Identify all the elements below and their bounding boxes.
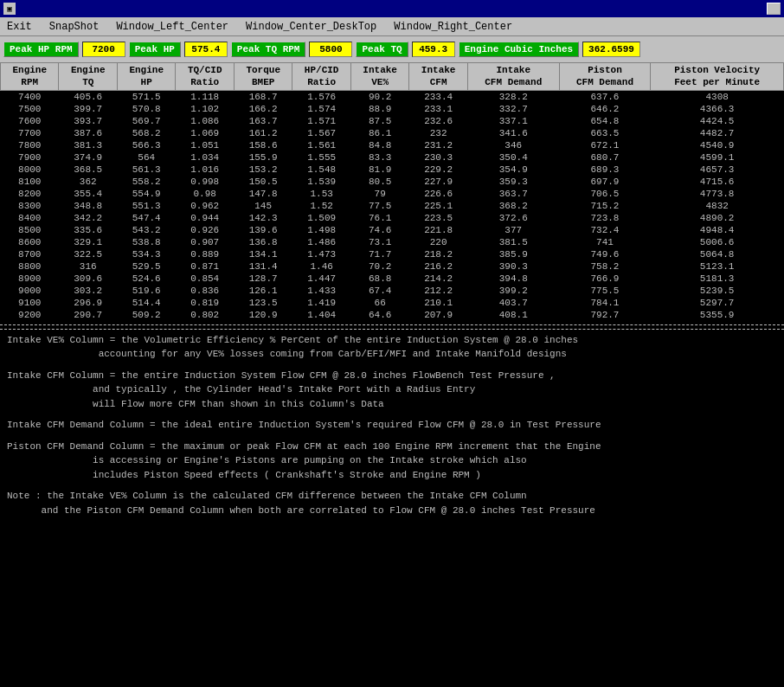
table-cell: 346 [467, 139, 559, 151]
menu-item-snapshot[interactable]: SnapShot [46, 20, 103, 34]
table-cell: 1.555 [292, 151, 350, 164]
data-table: EngineRPMEngineTQEngineHPTQ/CIDRatioTorq… [0, 62, 784, 321]
table-row: 8900309.6524.60.854128.71.44768.8214.239… [1, 273, 784, 285]
title-bar-left: ▣ [3, 3, 21, 15]
engine-cubic-inches-label: Engine Cubic Inches [459, 42, 579, 57]
table-cell: 4657.3 [651, 164, 784, 176]
table-cell: 1.069 [176, 127, 234, 139]
table-cell: 4773.8 [651, 188, 784, 200]
table-cell: 79 [350, 188, 408, 200]
table-cell: 792.7 [559, 309, 651, 321]
table-cell: 8100 [1, 176, 59, 188]
table-cell: 564 [117, 151, 175, 164]
table-cell: 226.6 [409, 188, 467, 200]
notes-line: Intake CFM Demand Column = the ideal ent… [7, 418, 777, 433]
table-cell: 233.1 [409, 103, 467, 115]
table-cell: 348.8 [59, 200, 117, 212]
table-cell: 1.576 [292, 90, 350, 103]
table-cell: 399.7 [59, 103, 117, 115]
table-row: 7400405.6571.51.118168.71.57690.2233.432… [1, 90, 784, 103]
table-cell: 9200 [1, 309, 59, 321]
table-row: 8100362558.20.998150.51.53980.5227.9359.… [1, 176, 784, 188]
table-cell: 372.6 [467, 212, 559, 224]
table-cell: 646.2 [559, 103, 651, 115]
table-cell: 155.9 [234, 151, 292, 164]
menu-item-window-left-center[interactable]: Window_Left_Center [112, 20, 232, 34]
table-cell: 296.9 [59, 297, 117, 309]
table-cell: 775.5 [559, 285, 651, 297]
table-header: EngineRPMEngineTQEngineHPTQ/CIDRatioTorq… [1, 63, 784, 91]
app-icon: ▣ [3, 3, 16, 15]
table-cell: 145 [234, 200, 292, 212]
table-cell: 5181.3 [651, 273, 784, 285]
table-cell: 66 [350, 297, 408, 309]
table-cell: 150.5 [234, 176, 292, 188]
col-header: HP/CIDRatio [292, 63, 350, 91]
table-cell: 4832 [651, 200, 784, 212]
data-table-container[interactable]: EngineRPMEngineTQEngineHPTQ/CIDRatioTorq… [0, 62, 784, 687]
table-cell: 128.7 [234, 273, 292, 285]
table-cell: 363.7 [467, 188, 559, 200]
table-cell: 81.9 [350, 164, 408, 176]
table-cell: 5297.7 [651, 297, 784, 309]
table-cell: 232.6 [409, 115, 467, 127]
table-cell: 134.1 [234, 248, 292, 260]
table-cell: 1.419 [292, 297, 350, 309]
table-cell: 784.1 [559, 297, 651, 309]
table-cell: 5006.6 [651, 236, 784, 248]
menu-item-exit[interactable]: Exit [3, 20, 35, 34]
table-cell: 0.871 [176, 260, 234, 273]
table-cell: 76.1 [350, 212, 408, 224]
table-cell: 732.4 [559, 224, 651, 236]
table-row: 7700387.6568.21.069161.21.56786.1232341.… [1, 127, 784, 139]
table-cell: 568.2 [117, 127, 175, 139]
close-button[interactable] [767, 3, 781, 15]
table-cell: 1.486 [292, 236, 350, 248]
table-cell: 139.6 [234, 224, 292, 236]
table-cell: 87.5 [350, 115, 408, 127]
table-cell: 570.8 [117, 103, 175, 115]
table-cell: 405.6 [59, 90, 117, 103]
table-cell: 147.8 [234, 188, 292, 200]
table-row: 8500335.6543.20.926139.61.49874.6221.837… [1, 224, 784, 236]
table-cell: 218.2 [409, 248, 467, 260]
peak-hp-rpm-label: Peak HP RPM [3, 42, 79, 57]
table-cell: 538.8 [117, 236, 175, 248]
table-cell: 1.53 [292, 188, 350, 200]
menu-item-window-right-center[interactable]: Window_Right_Center [390, 20, 516, 34]
table-cell: 1.52 [292, 200, 350, 212]
table-cell: 362 [59, 176, 117, 188]
table-cell: 571.5 [117, 90, 175, 103]
table-cell: 7600 [1, 115, 59, 127]
table-row: 9200290.7509.20.802120.91.40464.6207.940… [1, 309, 784, 321]
table-cell: 1.539 [292, 176, 350, 188]
table-cell: 161.2 [234, 127, 292, 139]
table-cell: 566.3 [117, 139, 175, 151]
notes-line: and the Piston CFM Demand Column when bo… [7, 504, 777, 518]
table-cell: 524.6 [117, 273, 175, 285]
table-cell: 9000 [1, 285, 59, 297]
notes-line: Piston CFM Demand Column = the maximum o… [7, 440, 777, 454]
table-cell: 368.5 [59, 164, 117, 176]
table-cell: 381.3 [59, 139, 117, 151]
table-cell: 7400 [1, 90, 59, 103]
notes-line: Intake CFM Column = the entire Induction… [7, 369, 777, 383]
table-cell: 390.3 [467, 260, 559, 273]
main-content: EngineRPMEngineTQEngineHPTQ/CIDRatioTorq… [0, 62, 784, 687]
table-cell: 637.6 [559, 90, 651, 103]
notes-line: will Flow more CFM than shown in this Co… [7, 397, 777, 412]
table-cell: 123.5 [234, 297, 292, 309]
menu-item-window-center-desktop[interactable]: Window_Center_DeskTop [242, 20, 380, 34]
title-bar: ▣ [0, 0, 784, 17]
table-cell: 1.509 [292, 212, 350, 224]
table-cell: 509.2 [117, 309, 175, 321]
menu-bar: ExitSnapShotWindow_Left_CenterWindow_Cen… [0, 17, 784, 36]
table-row: 9100296.9514.40.819123.51.41966210.1403.… [1, 297, 784, 309]
table-cell: 1.086 [176, 115, 234, 127]
table-cell: 64.6 [350, 309, 408, 321]
table-cell: 9100 [1, 297, 59, 309]
table-cell: 5239.5 [651, 285, 784, 297]
table-cell: 309.6 [59, 273, 117, 285]
table-cell: 4366.3 [651, 103, 784, 115]
table-cell: 399.2 [467, 285, 559, 297]
